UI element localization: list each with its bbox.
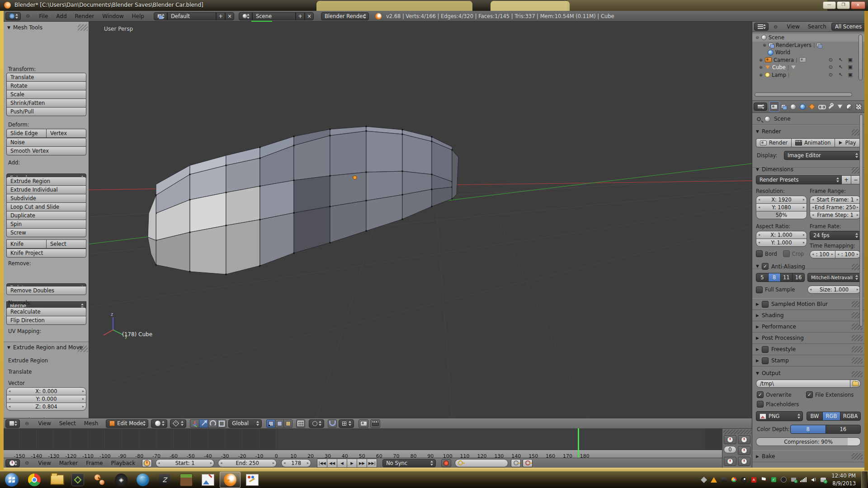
menu-item[interactable]: View [34,420,55,427]
viewport-shading-dropdown[interactable] [151,419,167,428]
outliner-item-label[interactable]: Cube [772,64,786,70]
taskbar-chrome-icon[interactable] [24,472,44,488]
outliner-vertical-scrollbar[interactable] [859,34,863,80]
tool-button[interactable]: Shrink/Fatten [6,99,86,108]
timeline-ruler[interactable]: -150-140-130-120-110-100-90-80-70-60-50-… [4,450,722,458]
aa-size-field[interactable]: ◂Size: 1.000▸ [807,286,861,294]
delete-scene-button[interactable]: × [305,12,314,20]
menu-item[interactable]: Help [128,13,148,19]
tab-object-data[interactable] [835,102,844,112]
playback-button[interactable]: |◀◀ [317,459,327,468]
outliner-item-label[interactable]: RenderLayers [776,42,811,48]
taskbar-blender-icon-active[interactable] [220,472,241,488]
remap-old-field[interactable]: ◂: 100▸ [810,250,835,258]
resolution-y-field[interactable]: ◂Y: 1080▸ [756,203,807,211]
tool-button[interactable]: Extrude Individual [6,185,86,194]
playback-button[interactable]: ▶▶| [367,459,377,468]
tool-button[interactable]: Loop Cut and Slide [6,202,86,211]
outliner-row-camera[interactable]: ⊕ Camera | ⊙ ↖ ▣ [752,56,864,64]
knife-button[interactable]: Knife [6,239,47,249]
vector-field[interactable]: ◂Y: 0.000▸ [6,395,86,403]
section-checkbox[interactable] [762,346,769,353]
panel-grip[interactable] [78,24,88,31]
tab-object[interactable] [807,102,816,112]
tray-flag-alert-icon[interactable]: × [759,476,768,483]
proportional-edit-dropdown[interactable] [309,419,324,428]
manipulator-toggle-button[interactable] [190,419,199,428]
resolution-percentage-slider[interactable]: 50% [756,211,807,219]
channels-rgb-button[interactable]: RGB [822,412,840,421]
panel-grip[interactable] [852,453,863,460]
opengl-render-button[interactable] [359,419,368,428]
add-layout-button[interactable]: + [216,12,225,20]
play-button[interactable]: Play [835,138,861,147]
viewport-3d[interactable]: z y User Persp (178) Cube [89,22,752,418]
tray-usb-icon[interactable]: ✓ [789,476,798,483]
tool-button[interactable]: Smooth Vertex [6,146,86,155]
collapse-menus-icon[interactable]: ⊖ [21,460,33,466]
taskbar-editor-icon[interactable] [68,472,88,488]
resolution-x-field[interactable]: ◂X: 1920▸ [756,196,807,204]
aspect-x-field[interactable]: ◂X: 1.000▸ [756,231,807,239]
playback-button[interactable]: ▶ [347,459,357,468]
mini-editor-button[interactable] [724,435,736,444]
taskbar-z-app-icon[interactable]: Z [155,472,175,488]
end-frame-field[interactable]: ◂End Frame: 250▸ [810,203,861,211]
taskbar-photo-viewer-icon[interactable] [198,472,218,488]
tray-gpu-icon[interactable] [699,476,708,483]
taskbar-explorer-icon[interactable] [46,472,66,488]
full-sample-checkbox[interactable] [756,286,763,293]
section-stamp[interactable]: ▶ Stamp [752,355,864,366]
tool-button[interactable]: Push/Pull [6,107,86,116]
vector-field[interactable]: ◂X: 0.000▸ [6,387,86,395]
section-shading[interactable]: ▶Shading [752,310,864,321]
record-button[interactable] [441,459,451,467]
editor-type-button[interactable] [754,103,767,111]
collapse-menus-icon[interactable]: ⊖ [21,421,33,427]
vertex-select-button[interactable] [266,419,275,428]
renderability-camera-icon[interactable]: ▣ [848,57,853,63]
visibility-eye-icon[interactable]: ⊙ [829,72,833,78]
channels-rgba-button[interactable]: RGBA [840,412,861,421]
collapse-menus-icon[interactable]: ⊖ [769,24,782,30]
add-scene-button[interactable]: + [296,12,305,20]
collapse-icon[interactable]: ⊖ [755,35,760,40]
tab-texture[interactable] [854,102,863,112]
panel-grip[interactable] [852,357,863,364]
menu-item[interactable]: Add [52,13,71,19]
display-filter-dropdown[interactable]: All Scenes [831,23,864,31]
aa-samples-8-button[interactable]: 8 [768,273,781,282]
aa-filter-dropdown[interactable]: Mitchell-Netravali [807,273,861,282]
remap-new-field[interactable]: ◂: 100▸ [835,250,861,258]
collapse-menus-icon[interactable]: ⊖ [22,13,34,19]
dimensions-section-header[interactable]: ▼Dimensions [752,166,864,173]
bake-section-header[interactable]: ▶Bake [752,450,864,462]
operator-panel-header[interactable]: ▼ Extrude Region and Move [4,344,89,351]
file-extensions-checkbox[interactable]: ✓ [806,391,813,398]
taskbar-molecule-app-icon[interactable] [90,472,109,488]
current-frame-field[interactable]: ◂178▸ [281,459,311,467]
section-post-processing[interactable]: ▶Post Processing [752,333,864,344]
tab-scene[interactable] [789,102,798,112]
section-checkbox[interactable] [762,301,769,308]
mini-editor-button[interactable] [738,457,750,466]
editor-type-button[interactable] [754,23,769,31]
increment-arrow-icon[interactable]: ▸ [82,405,84,408]
tab-render-layers[interactable] [780,102,789,112]
start-frame-field[interactable]: ◂Start Frame: 1▸ [810,196,861,204]
tab-material[interactable] [845,102,854,112]
render-still-button[interactable]: Render [756,138,792,147]
menu-item[interactable]: View [34,460,55,466]
transform-orientation-dropdown[interactable]: Global [228,419,262,428]
renderlayer-data-icon[interactable] [816,43,822,47]
tray-action-center-icon[interactable]: ✓ [819,476,828,483]
frame-rate-dropdown[interactable]: 24 fps [810,231,861,240]
browse-folder-button[interactable] [850,380,861,388]
tool-button[interactable]: Rotate [6,81,86,90]
border-checkbox[interactable] [756,250,763,257]
outliner-horizontal-scrollbar[interactable] [755,93,852,97]
playback-button[interactable]: ◀◀ [327,459,337,468]
tool-button[interactable]: Flip Direction [6,316,86,325]
renderability-camera-icon[interactable]: ▣ [848,72,853,78]
tool-button[interactable]: Subdivide [6,194,86,203]
